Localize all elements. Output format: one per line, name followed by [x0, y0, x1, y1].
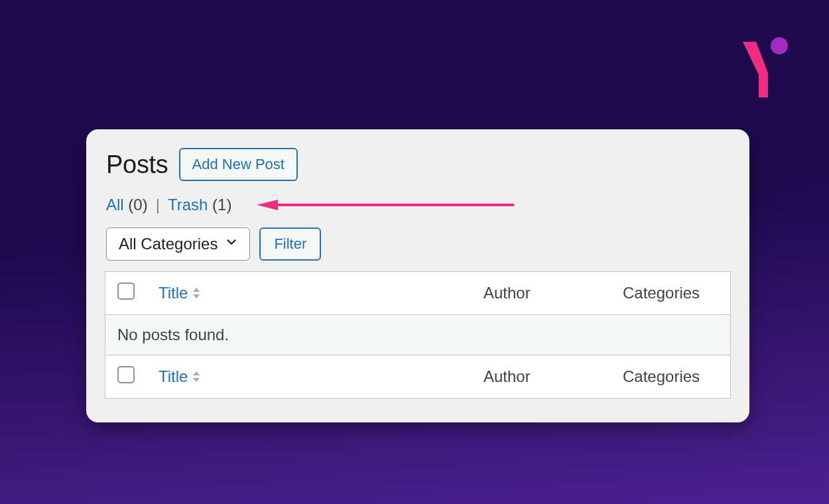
- filter-separator: |: [156, 196, 160, 214]
- chevron-down-icon: [224, 235, 239, 253]
- select-all-checkbox[interactable]: [117, 283, 135, 300]
- column-author-label-footer: Author: [472, 355, 611, 399]
- svg-marker-2: [257, 200, 278, 210]
- svg-marker-4: [193, 294, 200, 298]
- brand-logo: [736, 36, 789, 103]
- svg-marker-3: [193, 288, 200, 292]
- select-all-checkbox-footer[interactable]: [117, 366, 135, 383]
- page-title: Posts: [106, 151, 168, 179]
- column-title-label: Title: [159, 284, 188, 302]
- table-footer-row: Title Author Categories: [105, 355, 731, 399]
- empty-message: No posts found.: [105, 315, 731, 355]
- filter-trash-link[interactable]: Trash: [168, 196, 208, 214]
- posts-admin-panel: Posts Add New Post All (0) | Trash (1) A…: [86, 129, 749, 422]
- column-categories-label-footer: Categories: [611, 355, 731, 399]
- posts-table: Title Author Categories No posts found.: [105, 271, 731, 399]
- filter-trash-count: (1): [212, 196, 231, 214]
- column-title-sort-footer[interactable]: Title: [159, 367, 201, 386]
- category-select[interactable]: All Categories: [106, 227, 250, 261]
- annotation-arrow-icon: [249, 198, 514, 212]
- column-author-label: Author: [472, 272, 611, 315]
- column-title-label-footer: Title: [159, 367, 188, 386]
- sort-icon: [192, 287, 201, 299]
- table-header-row: Title Author Categories: [105, 272, 731, 315]
- page-header: Posts Add New Post: [105, 148, 731, 181]
- empty-state-row: No posts found.: [105, 315, 731, 355]
- svg-point-0: [771, 37, 788, 54]
- filter-all-count: (0): [128, 196, 147, 214]
- filter-button[interactable]: Filter: [259, 227, 321, 261]
- status-filter-bar: All (0) | Trash (1): [105, 196, 731, 214]
- svg-marker-6: [193, 378, 200, 382]
- add-new-post-button[interactable]: Add New Post: [179, 148, 298, 181]
- column-title-sort[interactable]: Title: [159, 284, 201, 302]
- sort-icon: [192, 371, 201, 383]
- category-select-value: All Categories: [119, 235, 218, 253]
- table-controls: All Categories Filter: [105, 227, 731, 261]
- column-categories-label: Categories: [611, 272, 731, 315]
- svg-marker-5: [193, 371, 200, 375]
- filter-all-link[interactable]: All: [106, 196, 124, 214]
